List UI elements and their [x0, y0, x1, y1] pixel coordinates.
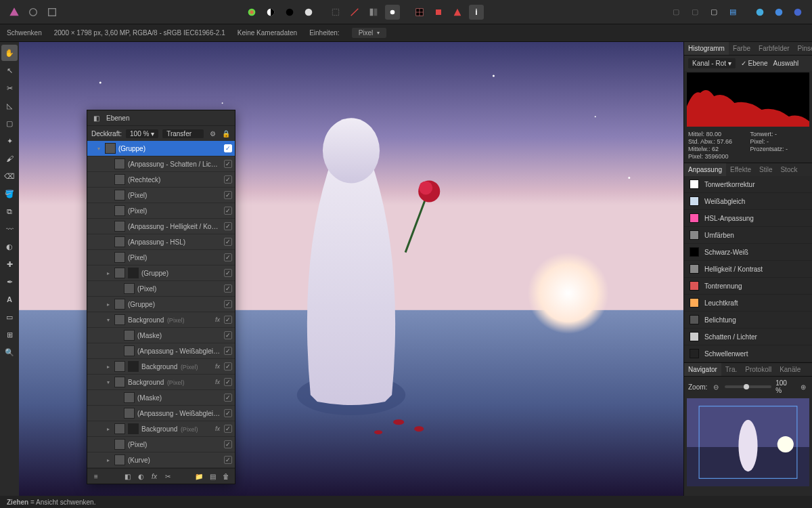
tab-pinsel[interactable]: Pinsel: [794, 42, 812, 55]
adjustment-wei-abgleich[interactable]: Weißabgleich: [684, 193, 812, 210]
tab-stile[interactable]: Stile: [755, 163, 776, 176]
layer-row[interactable]: (Pixel) ✓: [87, 250, 235, 266]
tab-anpassung[interactable]: Anpassung: [684, 163, 726, 176]
layer-row[interactable]: (Anpassung - Weißabgleich) ✓: [87, 406, 235, 421]
tool-clone[interactable]: ⧉: [1, 203, 18, 219]
layer-row[interactable]: (Pixel) ✓: [87, 188, 235, 203]
layer-row[interactable]: (Rechteck) ✓: [87, 172, 235, 188]
layer-row[interactable]: (Anpassung - Helligkeit / Kontrast) ✓: [87, 219, 235, 234]
layer-row[interactable]: ▸(Gruppe) ✓: [87, 266, 235, 281]
layer-row[interactable]: (Maske) ✓: [87, 390, 235, 406]
tool-shape[interactable]: ▭: [1, 309, 18, 325]
layer-row[interactable]: (Anpassung - HSL) ✓: [87, 234, 235, 250]
opacity-select[interactable]: 100 % ▾: [126, 129, 158, 138]
deselect-icon[interactable]: [347, 5, 362, 20]
tool-crop[interactable]: ✂: [1, 80, 18, 96]
tool-flood-select[interactable]: ✦: [1, 133, 18, 149]
histogram-ebene-check[interactable]: ✓ Ebene: [741, 60, 768, 67]
tool-fill[interactable]: 🪣: [1, 186, 18, 202]
account-icon[interactable]: [771, 5, 786, 20]
group-icon[interactable]: ▢: [706, 5, 721, 20]
arrange-front-icon[interactable]: ▢: [687, 5, 702, 20]
layer-row[interactable]: ▸Background (Pixel)fx✓: [87, 421, 235, 437]
pixel-grid-icon[interactable]: [431, 5, 446, 20]
lock-icon[interactable]: 🔒: [221, 129, 231, 138]
crop-layer-icon[interactable]: ✂: [163, 471, 173, 481]
contrast-icon[interactable]: [263, 5, 278, 20]
adjustment-umf-rben[interactable]: Umfärben: [684, 227, 812, 244]
zoom-in-icon[interactable]: ⊕: [798, 382, 808, 391]
color-picker-icon[interactable]: [244, 5, 259, 20]
selection-rect-icon[interactable]: [328, 5, 343, 20]
adjustment-schwellenwert[interactable]: Schwellenwert: [684, 345, 812, 362]
layer-row[interactable]: ▸(Kurve) ✓: [87, 452, 235, 468]
grid-icon[interactable]: [412, 5, 427, 20]
tab-navigator[interactable]: Navigator: [684, 363, 721, 376]
snapping-icon[interactable]: [450, 5, 465, 20]
layer-row[interactable]: (Pixel) ✓: [87, 281, 235, 297]
add-layer-icon[interactable]: ▤: [208, 471, 217, 481]
tab-effekte[interactable]: Effekte: [726, 163, 755, 176]
tool-heal[interactable]: ✚: [1, 256, 18, 272]
align-icon[interactable]: ▤: [725, 5, 740, 20]
blend-mode-select[interactable]: Transfer: [162, 129, 204, 138]
tool-brush[interactable]: 🖌: [1, 150, 18, 167]
adjustment-schwarz-wei-[interactable]: Schwarz-Weiß: [684, 244, 812, 261]
adjustment-tonwertkorrektur[interactable]: Tonwertkorrektur: [684, 176, 812, 193]
layer-row[interactable]: (Anpassung - Weißabgleich) ✓: [87, 343, 235, 359]
tab-farbe[interactable]: Farbe: [729, 42, 754, 55]
adjustment-helligkeit-kontrast[interactable]: Helligkeit / Kontrast: [684, 261, 812, 278]
tab-stock[interactable]: Stock: [776, 163, 801, 176]
tab-protokoll[interactable]: Protokoll: [741, 363, 775, 376]
folder-icon[interactable]: 📁: [194, 471, 204, 481]
histogram-auswahl[interactable]: Auswahl: [773, 60, 799, 67]
layer-row[interactable]: ▸Background (Pixel)fx✓: [87, 359, 235, 375]
mask-icon[interactable]: ◧: [122, 471, 132, 481]
layer-row[interactable]: ▾(Gruppe) ✓: [87, 141, 235, 156]
app-logo-icon[interactable]: [7, 5, 22, 20]
adjustment-schatten-lichter[interactable]: Schatten / Lichter: [684, 329, 812, 345]
adjustment-belichtung[interactable]: Belichtung: [684, 312, 812, 329]
layer-row[interactable]: (Pixel) ✓: [87, 437, 235, 452]
tool-marquee[interactable]: ▢: [1, 115, 18, 131]
tool-move[interactable]: ↖: [1, 62, 18, 79]
layer-row[interactable]: ▸(Gruppe) ✓: [87, 297, 235, 312]
quick-mask-icon[interactable]: [385, 5, 400, 20]
panel-menu-icon[interactable]: ◧: [91, 113, 101, 123]
hue-wheel-icon[interactable]: [282, 5, 297, 20]
fx-icon[interactable]: fx: [150, 471, 159, 481]
tool-dodge[interactable]: ◐: [1, 238, 18, 255]
tool-hand[interactable]: ✋: [1, 45, 18, 61]
persona-develop-icon[interactable]: [45, 5, 60, 20]
vignette-icon[interactable]: [301, 5, 316, 20]
store-icon[interactable]: [790, 5, 805, 20]
layers-panel[interactable]: ◧ Ebenen Deckkraft: 100 % ▾ Transfer ⚙ 🔒…: [87, 110, 235, 484]
layer-row[interactable]: (Pixel) ✓: [87, 203, 235, 219]
layer-row[interactable]: (Anpassung - Schatten / Lichter) ✓: [87, 156, 235, 172]
adjustment-icon[interactable]: ◐: [136, 471, 145, 481]
delete-layer-icon[interactable]: 🗑: [221, 471, 231, 481]
adjustment-tontrennung[interactable]: Tontrennung: [684, 278, 812, 295]
tool-pen[interactable]: ✒: [1, 274, 18, 290]
assistant-icon[interactable]: i: [469, 5, 484, 20]
tool-smudge[interactable]: 〰: [1, 221, 18, 237]
tool-mesh[interactable]: ⊞: [1, 326, 18, 343]
gear-icon[interactable]: ⚙: [208, 129, 217, 138]
persona-liquify-icon[interactable]: [26, 5, 41, 20]
tab-histogramm[interactable]: Histogramm: [684, 42, 729, 55]
tool-erase[interactable]: ⌫: [1, 168, 18, 184]
tab-kanäle[interactable]: Kanäle: [775, 363, 805, 376]
tool-zoom[interactable]: 🔍: [1, 344, 18, 360]
histogram-channel-select[interactable]: Kanal - Rot ▾: [688, 58, 736, 68]
layer-stack-icon[interactable]: ≡: [91, 471, 101, 481]
layer-row[interactable]: ▾Background (Pixel)fx✓: [87, 312, 235, 328]
zoom-out-icon[interactable]: ⊖: [711, 382, 721, 391]
layer-row[interactable]: ▾Background (Pixel)fx✓: [87, 375, 235, 390]
refine-icon[interactable]: [366, 5, 381, 20]
units-select[interactable]: Pixel▾: [352, 28, 387, 38]
tab-farbfelder[interactable]: Farbfelder: [754, 42, 794, 55]
help-icon[interactable]: [752, 5, 767, 20]
tab-tra.[interactable]: Tra.: [721, 363, 741, 376]
canvas[interactable]: ◧ Ebenen Deckkraft: 100 % ▾ Transfer ⚙ 🔒…: [19, 42, 683, 496]
arrange-back-icon[interactable]: ▢: [669, 5, 683, 20]
